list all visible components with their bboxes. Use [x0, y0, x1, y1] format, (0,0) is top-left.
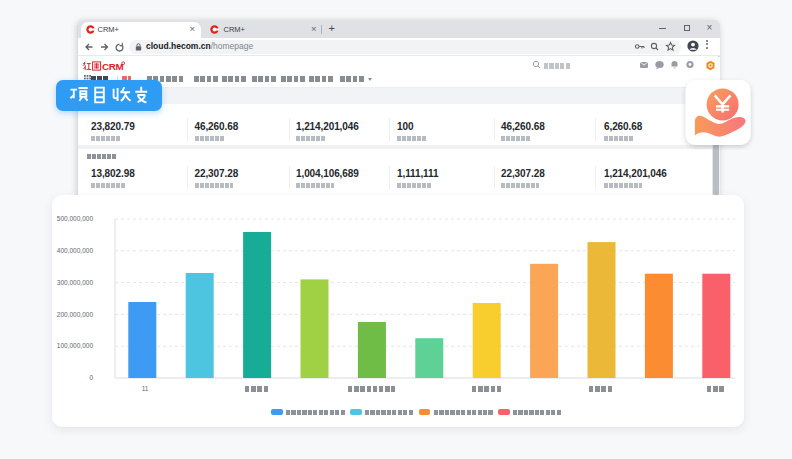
- svg-text:300,000,000: 300,000,000: [57, 279, 94, 286]
- svg-text:200,000,000: 200,000,000: [57, 311, 94, 318]
- svg-text:CRM: CRM: [102, 61, 124, 72]
- svg-text:100,000,000: 100,000,000: [57, 342, 94, 349]
- svg-text:400,000,000: 400,000,000: [57, 247, 94, 254]
- svg-text:0: 0: [89, 374, 93, 381]
- svg-text:11: 11: [142, 385, 149, 392]
- svg-text:500,000,000: 500,000,000: [57, 215, 94, 222]
